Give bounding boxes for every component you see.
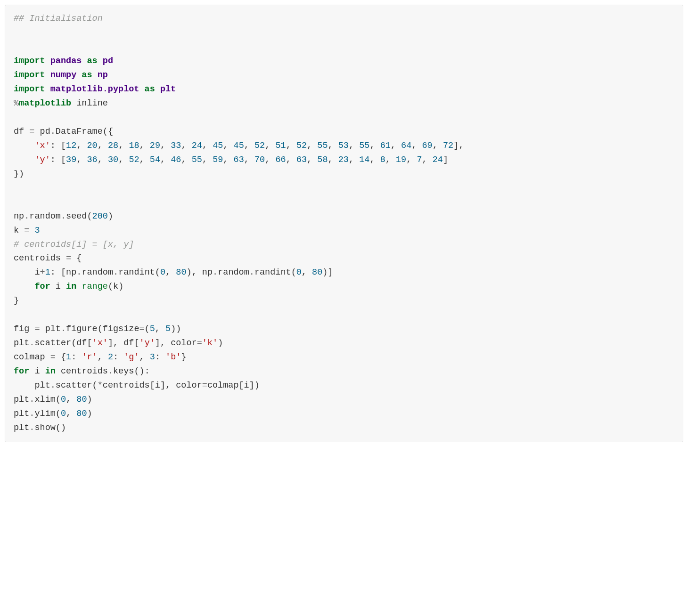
paren-close: ) [187, 267, 192, 277]
number-literal: 8 [380, 155, 385, 165]
paren: ( [145, 324, 150, 334]
paren: ( [56, 423, 61, 433]
one: 1 [45, 267, 50, 277]
k-var: k [14, 226, 19, 235]
dot: . [50, 127, 56, 137]
number-literal: 63 [296, 155, 307, 165]
dot: . [29, 409, 34, 419]
import-kw: import [14, 70, 45, 80]
x-key: 'x' [34, 141, 50, 151]
paren-close: ) [118, 282, 123, 292]
dot: . [108, 366, 113, 376]
comma: , [307, 155, 317, 165]
dot: . [113, 267, 118, 277]
number-literal: 51 [275, 141, 286, 151]
comma: , [202, 141, 213, 151]
import-kw: import [14, 84, 45, 94]
dot: . [29, 338, 34, 348]
comma: , [66, 395, 76, 405]
sq-close: ] [155, 338, 160, 348]
np-ref: np [14, 211, 24, 221]
random-attr: random [29, 211, 61, 221]
pd-ref: pd [40, 127, 50, 137]
comma: , [160, 338, 171, 348]
number-literal: 18 [129, 141, 139, 151]
two: 2 [108, 352, 113, 362]
x-str: 'x' [92, 338, 108, 348]
number-literal: 55 [192, 155, 202, 165]
plt-ref: plt [45, 324, 61, 334]
plt-ref: plt [14, 338, 29, 348]
sq-open: [ [87, 338, 92, 348]
df-var: df [14, 127, 24, 137]
paren: ( [56, 395, 61, 405]
y-str: 'y' [139, 338, 155, 348]
alias-pd: pd [103, 56, 113, 66]
comma: , [328, 141, 338, 151]
random-attr: random [218, 267, 249, 277]
paren: ( [92, 381, 98, 390]
comma: , [139, 155, 150, 165]
range-call: range [82, 282, 108, 292]
paren: ( [155, 267, 160, 277]
sq-open: [ [61, 155, 66, 165]
in-kw: in [45, 366, 56, 376]
comma: , [160, 141, 171, 151]
comma: , [118, 141, 129, 151]
as-kw: as [145, 84, 155, 94]
number-literal: 63 [234, 155, 244, 165]
for-kw: for [34, 282, 50, 292]
comma: , [76, 155, 87, 165]
alias-np: np [98, 70, 108, 80]
number-literal: 33 [171, 141, 181, 151]
comma: , [286, 155, 296, 165]
df-ref: df [76, 338, 87, 348]
number-literal: 7 [417, 155, 422, 165]
colmap-var: colmap [207, 381, 239, 390]
number-literal: 24 [433, 155, 443, 165]
comma: , [244, 155, 254, 165]
comma: , [411, 141, 422, 151]
comma: , [155, 324, 165, 334]
xlim-call: xlim [34, 395, 55, 405]
centroids-comment: # centroids[i] = [x, y] [14, 240, 134, 250]
eq: = [19, 226, 34, 235]
magic-percent: % [14, 98, 19, 108]
paren-close: ) [176, 324, 181, 334]
comma: , [139, 141, 150, 151]
magic-arg: inline [71, 98, 108, 108]
sq-open: [ [61, 267, 66, 277]
zero: 0 [61, 395, 66, 405]
five: 5 [165, 324, 171, 334]
zero: 0 [160, 267, 165, 277]
dot: . [213, 267, 218, 277]
dot: . [61, 211, 66, 221]
number-literal: 54 [150, 155, 160, 165]
zero: 0 [61, 409, 66, 419]
sq-close: ] [108, 338, 113, 348]
brace: { [61, 352, 66, 362]
number-literal: 64 [401, 141, 411, 151]
dot: . [50, 381, 56, 390]
sq-open: [ [239, 381, 244, 390]
eq: = [45, 352, 61, 362]
dot: . [29, 395, 34, 405]
dot: . [24, 211, 29, 221]
seed-val: 200 [92, 211, 108, 221]
paren-close: ) [19, 169, 24, 179]
eq: = [29, 324, 45, 334]
brace: { [108, 127, 113, 137]
number-literal: 58 [317, 155, 328, 165]
eq: = [24, 127, 40, 137]
paren-close: ) [139, 366, 145, 376]
centroids-var: centroids [61, 366, 108, 376]
k-val: 3 [34, 226, 40, 235]
np-ref: np [66, 267, 76, 277]
paren-close: ) [108, 211, 113, 221]
comma: , [223, 155, 233, 165]
paren: ( [103, 127, 108, 137]
number-literal: 30 [108, 155, 118, 165]
centroids-var: centroids [103, 381, 150, 390]
module-pandas: pandas [50, 56, 82, 66]
alias-plt: plt [160, 84, 176, 94]
